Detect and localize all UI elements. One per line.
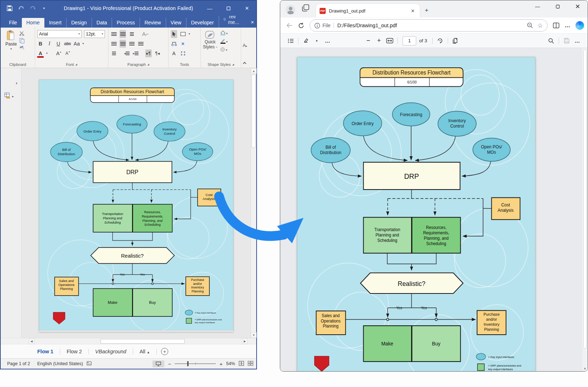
scroll-up-icon[interactable]: ▲ bbox=[251, 68, 257, 74]
pdf-vscroll-thumb[interactable] bbox=[583, 49, 587, 349]
tab-review[interactable]: Review bbox=[140, 18, 166, 28]
minimize-icon[interactable]: — bbox=[528, 0, 548, 13]
new-tab-icon[interactable]: + bbox=[425, 7, 428, 14]
rotate-icon[interactable] bbox=[435, 36, 446, 46]
tab-view[interactable]: View bbox=[166, 18, 186, 28]
rectangle-tool-icon[interactable] bbox=[180, 30, 186, 38]
increase-indent-icon[interactable]: ▸ bbox=[132, 49, 139, 57]
tab-process[interactable]: Process bbox=[112, 18, 140, 28]
tab-file[interactable]: File bbox=[4, 18, 22, 28]
zoom-percentage[interactable]: 54% bbox=[226, 361, 235, 366]
maximize-icon[interactable] bbox=[548, 0, 568, 13]
undo-icon[interactable] bbox=[18, 5, 24, 11]
zoom-out-icon[interactable]: − bbox=[168, 361, 171, 367]
favorite-star-icon[interactable]: ☆ bbox=[538, 22, 543, 29]
align-top-icon[interactable] bbox=[111, 30, 117, 38]
cut-icon[interactable] bbox=[19, 31, 25, 36]
save-icon[interactable] bbox=[6, 5, 13, 11]
ltr-paragraph-icon[interactable]: ▸¶ bbox=[145, 49, 152, 57]
visio-vertical-scrollbar[interactable]: ▲ ▼ bbox=[251, 68, 256, 338]
pdf-more-icon[interactable]: … bbox=[572, 36, 583, 46]
quick-styles-button[interactable]: QuickStyles - bbox=[203, 29, 217, 53]
font-color-button[interactable]: A bbox=[37, 49, 44, 57]
pdf-vertical-scrollbar[interactable]: ▼ bbox=[582, 48, 588, 371]
pdf-zoom-in-icon[interactable]: + bbox=[374, 36, 384, 46]
split-screen-icon[interactable] bbox=[550, 20, 562, 31]
freeform-tool-icon[interactable] bbox=[180, 49, 186, 57]
presentation-mode-icon[interactable] bbox=[152, 360, 164, 367]
page-number-input[interactable]: 1 bbox=[403, 36, 416, 46]
tab-insert[interactable]: Insert bbox=[44, 18, 66, 28]
tab-developer[interactable]: Developer bbox=[186, 18, 219, 28]
fit-width-icon[interactable] bbox=[384, 36, 395, 46]
info-icon[interactable] bbox=[314, 23, 320, 29]
italic-button[interactable]: I bbox=[46, 40, 53, 48]
pdf-viewer[interactable]: Yes Yes Distribution Resources Flowchart… bbox=[280, 48, 588, 371]
visio-horizontal-scrollbar[interactable]: ◀ ▶ bbox=[1, 338, 256, 344]
grow-font-button[interactable]: A▴ bbox=[55, 49, 62, 57]
bold-button[interactable]: B bbox=[37, 40, 44, 48]
insert-page-icon[interactable]: + bbox=[161, 348, 168, 355]
maximize-icon[interactable] bbox=[219, 1, 238, 16]
settings-more-icon[interactable]: … bbox=[562, 20, 573, 31]
title-block[interactable]: Distribution Resources Flowchart 6/1/00 bbox=[91, 88, 175, 102]
browser-tab[interactable]: PDF Drawing1_out.pdf ✕ bbox=[316, 4, 420, 18]
scroll-down-icon[interactable]: ▼ bbox=[251, 332, 257, 338]
fit-page-icon[interactable] bbox=[239, 361, 244, 367]
align-center-icon[interactable] bbox=[120, 40, 126, 48]
bullets-icon[interactable] bbox=[111, 49, 117, 57]
align-bottom-icon[interactable] bbox=[128, 30, 135, 38]
customize-qat-icon[interactable]: ▾ bbox=[41, 5, 47, 11]
paste-button[interactable]: Paste ▾ bbox=[3, 29, 19, 51]
pdf-scroll-down-icon[interactable]: ▼ bbox=[582, 367, 588, 371]
tab-data[interactable]: Data bbox=[92, 18, 112, 28]
copy-icon[interactable] bbox=[19, 38, 25, 43]
close-document-icon[interactable]: × bbox=[245, 17, 260, 28]
page-tab-all[interactable]: All ▲ bbox=[135, 347, 155, 357]
page-view-icon[interactable] bbox=[450, 36, 461, 46]
visio-drawing-canvas[interactable]: Yes Yes Distribution Resources Flowchart… bbox=[21, 68, 251, 338]
back-icon[interactable] bbox=[284, 20, 295, 31]
align-left-icon[interactable] bbox=[111, 40, 117, 48]
highlighter-dropdown-icon[interactable]: ▾ bbox=[311, 36, 322, 46]
effects-icon[interactable]: ▾ bbox=[220, 47, 228, 53]
line-color-icon[interactable]: ▾ bbox=[220, 39, 228, 45]
shape-styles-dialog-launcher-icon[interactable]: ◢ bbox=[232, 63, 234, 66]
switch-windows-icon[interactable] bbox=[248, 361, 253, 367]
zoom-in-icon[interactable]: + bbox=[219, 361, 223, 367]
minimize-icon[interactable]: — bbox=[200, 1, 219, 16]
pointer-tool-icon[interactable] bbox=[171, 30, 177, 38]
strikethrough-button[interactable]: abc bbox=[64, 40, 71, 48]
zoom-slider[interactable] bbox=[175, 363, 216, 364]
highlighter-icon[interactable] bbox=[301, 36, 311, 46]
align-middle-icon[interactable] bbox=[120, 30, 126, 38]
visio-drawing-page[interactable]: Yes Yes Distribution Resources Flowchart… bbox=[39, 80, 233, 332]
pdf-page[interactable]: Yes Yes Distribution Resources Flowchart… bbox=[297, 57, 535, 371]
stencil-icon[interactable]: ▸ bbox=[4, 92, 15, 101]
zoom-out-page-icon[interactable] bbox=[527, 22, 533, 29]
change-case-button[interactable]: Aa bbox=[73, 40, 80, 48]
underline-button[interactable]: U bbox=[55, 40, 62, 48]
align-right-icon[interactable] bbox=[128, 40, 135, 48]
language-indicator[interactable]: English (United States) bbox=[34, 361, 87, 366]
pdf-zoom-out-icon[interactable]: − bbox=[363, 36, 374, 46]
text-tool-button[interactable]: A bbox=[171, 49, 177, 57]
visio-hscroll-thumb[interactable] bbox=[101, 339, 185, 344]
copilot-icon[interactable] bbox=[575, 21, 584, 30]
close-icon[interactable]: × bbox=[238, 1, 256, 16]
page-tab-flow2[interactable]: Flow 2 bbox=[62, 347, 87, 357]
profile-avatar[interactable] bbox=[286, 5, 295, 14]
font-size-select[interactable]: 12pt.▾ bbox=[84, 30, 105, 38]
fill-color-icon[interactable]: ▾ bbox=[220, 30, 228, 37]
font-dialog-launcher-icon[interactable]: ◢ bbox=[75, 63, 77, 66]
rtl-paragraph-icon[interactable]: ¶◂ bbox=[154, 49, 161, 57]
justify-icon[interactable] bbox=[137, 40, 144, 48]
shrink-font-button[interactable]: A▾ bbox=[64, 49, 71, 57]
annotation-more-icon[interactable]: … bbox=[322, 36, 333, 46]
redo-icon[interactable] bbox=[29, 5, 36, 11]
font-name-select[interactable]: Arial▾ bbox=[37, 30, 82, 38]
refresh-icon[interactable] bbox=[295, 20, 307, 31]
close-tab-icon[interactable]: ✕ bbox=[409, 8, 416, 14]
macro-record-icon[interactable] bbox=[87, 361, 92, 367]
scroll-left-icon[interactable]: ◀ bbox=[29, 338, 34, 344]
